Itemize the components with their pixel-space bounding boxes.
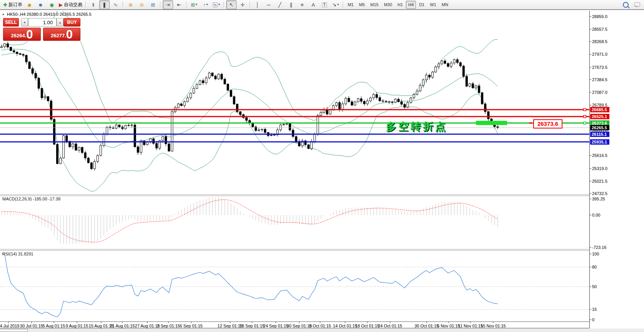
- chevron-down-icon: ▾: [206, 3, 208, 6]
- search-icon: [623, 2, 629, 8]
- bar-chart-button[interactable]: ‖: [88, 0, 98, 9]
- autotrading-label: 自动交易: [64, 2, 82, 7]
- chat-icon: [634, 2, 640, 7]
- buy-price-main: 26277: [51, 33, 65, 40]
- timeframe-button-m30[interactable]: M30: [382, 1, 394, 9]
- profile-icon: ☻: [38, 2, 43, 7]
- timeframe-button-h1[interactable]: H1: [395, 1, 405, 9]
- toolbar-separator: [224, 2, 224, 8]
- quick-nav-box[interactable]: [0, 329, 28, 332]
- chart-shift-button[interactable]: ⇤: [174, 0, 184, 9]
- crosshair-button[interactable]: ✛: [237, 0, 248, 9]
- timeframe-button-m15[interactable]: M15: [368, 1, 380, 9]
- volume-decrease-button[interactable]: ▼: [21, 18, 28, 27]
- new-order-label: 新订单: [8, 2, 22, 7]
- cursor-icon: ↖: [229, 2, 234, 7]
- indicators-icon: ∿: [213, 2, 218, 7]
- sell-button[interactable]: SELL: [3, 18, 19, 27]
- trendline-button[interactable]: ╱: [275, 0, 285, 9]
- toolbar-separator: [250, 2, 250, 8]
- profiles-button[interactable]: ☻: [35, 0, 46, 9]
- highlight-bar[interactable]: [476, 121, 507, 125]
- chart-profiles-button[interactable]: ◔▾: [200, 0, 210, 9]
- cursor-button[interactable]: ↖: [226, 0, 237, 9]
- toolbar-separator: [160, 2, 161, 8]
- horizontal-line-button[interactable]: ─: [264, 0, 274, 9]
- line-chart-button[interactable]: ∿: [110, 0, 121, 9]
- vertical-line-icon: │: [256, 2, 259, 7]
- channel-icon: ∥: [290, 2, 292, 7]
- buy-price-display[interactable]: 26277 . 0: [43, 28, 80, 41]
- level-lines[interactable]: [0, 108, 589, 142]
- chevron-down-icon: ▾: [196, 3, 197, 6]
- new-order-button[interactable]: ✚ 新订单: [2, 0, 23, 9]
- fibonacci-button[interactable]: ≡: [297, 0, 307, 9]
- line-chart-icon: ∿: [113, 2, 118, 7]
- main-toolbar: ✚ 新订单 ◆ ☻ ◉ ▶ 自动交易 ‖ ❚ ∿ ⊕ ⊖ ⊞ ⇥ ⇤ ⊞▾ ◔▾…: [0, 0, 644, 10]
- clock-icon: ◔: [202, 2, 205, 7]
- candles-layer: [1, 42, 499, 170]
- chart-area[interactable]: [0, 0, 644, 332]
- annotation-text[interactable]: 多空转折点: [386, 120, 447, 133]
- volume-increase-button[interactable]: ▲: [57, 18, 63, 27]
- search-button[interactable]: [621, 0, 631, 9]
- bar-chart-icon: ‖: [92, 2, 94, 7]
- indicators-button[interactable]: ∿▾: [211, 0, 222, 9]
- text-label-button[interactable]: T: [319, 0, 330, 9]
- rsi-pane: [0, 254, 589, 317]
- arrows-button[interactable]: ➘▾: [330, 0, 341, 9]
- crosshair-icon: ✛: [240, 2, 245, 7]
- vertical-line-button[interactable]: │: [252, 0, 263, 9]
- arrows-icon: ➘: [332, 2, 337, 7]
- new-chart-icon: ⊞: [191, 2, 195, 7]
- text-icon: A: [312, 2, 315, 7]
- timeframe-bar: M1M5M15M30H1H4D1W1MN: [345, 1, 451, 9]
- timeframe-button-d1[interactable]: D1: [417, 1, 427, 9]
- timeframe-button-m1[interactable]: M1: [345, 1, 356, 9]
- zoom-out-button[interactable]: ⊖: [137, 0, 147, 9]
- toolbar-separator: [343, 2, 344, 8]
- spinner-down-icon: ▼: [23, 21, 26, 24]
- history-center-button[interactable]: ◆: [24, 0, 35, 9]
- chevron-down-icon: ▾: [337, 3, 339, 6]
- zoom-in-icon: ⊕: [128, 2, 133, 7]
- buy-price-big: 0: [66, 29, 73, 40]
- timeframe-button-mn[interactable]: MN: [439, 1, 450, 9]
- tile-windows-button[interactable]: ⊞: [148, 0, 158, 9]
- chart-shift-icon: ⇤: [177, 2, 181, 7]
- toolbar-separator: [186, 2, 187, 8]
- one-click-trading-panel: SELL ▼ 1.00 ▲ BUY 26264 . 0 26277 . 0: [3, 18, 80, 41]
- auto-scroll-icon: ⇥: [166, 2, 170, 7]
- trendline-icon: ╱: [278, 2, 281, 7]
- macd-pane: [2, 197, 498, 244]
- tile-windows-icon: ⊞: [151, 2, 155, 7]
- text-label-icon: T: [322, 2, 327, 7]
- zoom-in-button[interactable]: ⊕: [125, 0, 136, 9]
- candlestick-icon: ❚: [102, 2, 107, 7]
- candlestick-chart-button[interactable]: ❚: [99, 0, 110, 9]
- price-tag-box[interactable]: 26373.6: [533, 119, 562, 128]
- timeframe-button-h4[interactable]: H4: [406, 1, 416, 9]
- signal-icon: ◉: [50, 2, 54, 7]
- toolbar-separator: [85, 2, 86, 8]
- timeframe-button-m5[interactable]: M5: [357, 1, 367, 9]
- timeframe-button-w1[interactable]: W1: [427, 1, 439, 9]
- new-order-icon: ✚: [3, 2, 7, 7]
- sell-price-main: 26264: [11, 33, 25, 40]
- sell-price-display[interactable]: 26264 . 0: [3, 28, 41, 41]
- autotrading-icon: ▶: [59, 2, 63, 7]
- auto-scroll-button[interactable]: ⇥: [163, 0, 173, 9]
- horizontal-line-icon: ─: [267, 2, 270, 7]
- text-button[interactable]: A: [308, 0, 319, 9]
- chat-button[interactable]: [632, 0, 642, 9]
- channel-button[interactable]: ∥: [286, 0, 296, 9]
- new-chart-button[interactable]: ⊞▾: [189, 0, 199, 9]
- signals-button[interactable]: ◉: [47, 0, 57, 9]
- toolbar-separator: [123, 2, 123, 8]
- bottom-strip: [0, 329, 644, 332]
- spinner-up-icon: ▲: [59, 21, 62, 24]
- volume-input[interactable]: 1.00: [28, 18, 57, 27]
- zoom-out-icon: ⊖: [140, 2, 144, 7]
- buy-button[interactable]: BUY: [63, 18, 80, 27]
- autotrading-button[interactable]: ▶ 自动交易: [58, 0, 83, 9]
